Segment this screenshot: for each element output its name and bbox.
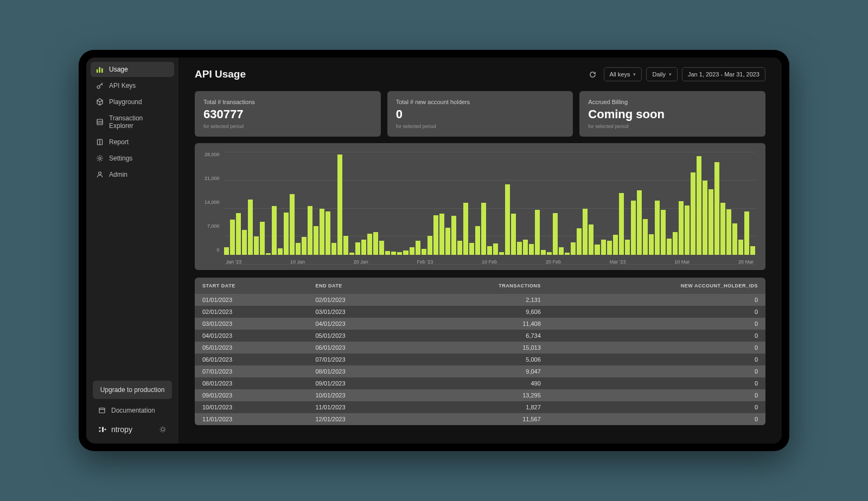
table-cell: 10/01/2023	[195, 401, 308, 413]
chart-bar	[422, 249, 426, 255]
table-cell: 1,827	[414, 401, 548, 413]
chart-bar	[738, 240, 743, 255]
y-tick: 21,000	[205, 176, 220, 181]
chart-bar	[266, 253, 271, 255]
date-range-picker[interactable]: Jan 1, 2023 - Mar 31, 2023	[682, 67, 765, 81]
sidebar-item-documentation[interactable]: Documentation	[93, 402, 172, 419]
table-cell: 0	[548, 318, 765, 330]
nav-label: Playground	[109, 98, 142, 106]
nav-list: Usage API Keys Playground	[91, 62, 174, 378]
bar-chart-icon	[96, 66, 104, 73]
table-row: 02/01/202303/01/20239,6060	[195, 306, 765, 318]
table-row: 04/01/202305/01/20236,7340	[195, 330, 765, 342]
chart-bar	[385, 251, 390, 255]
table-row: 10/01/202311/01/20231,8270	[195, 401, 765, 413]
table-cell: 01/01/2023	[195, 294, 308, 306]
brand-logo: ntropy	[98, 425, 132, 434]
refresh-button[interactable]	[586, 68, 599, 81]
chart-bar	[416, 241, 420, 255]
th-start: Start Date	[195, 278, 308, 294]
table-cell: 11/01/2023	[308, 401, 413, 413]
chart-bar	[463, 203, 468, 255]
sidebar-item-usage[interactable]: Usage	[91, 62, 174, 77]
user-icon	[96, 171, 104, 178]
table-cell: 08/01/2023	[308, 365, 413, 377]
svg-point-14	[99, 430, 100, 432]
theme-toggle-icon[interactable]	[159, 426, 167, 433]
table-cell: 09/01/2023	[195, 389, 308, 401]
table-cell: 0	[548, 401, 765, 413]
chart-bar	[475, 226, 480, 255]
chart-bar	[661, 210, 666, 255]
chart-bar	[631, 201, 636, 255]
y-tick: 28,000	[205, 152, 220, 157]
chart-bar	[290, 194, 295, 255]
table-cell: 12/01/2023	[308, 413, 413, 425]
sidebar-item-playground[interactable]: Playground	[91, 94, 174, 110]
table-cell: 07/01/2023	[195, 365, 308, 377]
sidebar-item-settings[interactable]: Settings	[91, 151, 174, 166]
table-cell: 08/01/2023	[195, 377, 308, 389]
table-row: 07/01/202308/01/20239,0470	[195, 365, 765, 377]
chart-bar	[709, 189, 713, 255]
chart-bar	[732, 223, 737, 255]
sidebar-item-transaction-explorer[interactable]: Transaction Explorer	[91, 111, 174, 133]
doc-label: Documentation	[111, 407, 155, 414]
chart-bar	[230, 220, 235, 255]
chart-bar	[744, 211, 749, 255]
svg-rect-4	[97, 119, 103, 125]
table-cell: 06/01/2023	[195, 354, 308, 365]
chart-y-axis: 28,00021,00014,0007,0000	[205, 152, 220, 255]
chart-bars	[224, 152, 756, 255]
table-cell: 05/01/2023	[195, 342, 308, 354]
chart-bar	[685, 205, 690, 255]
chart-bar	[343, 236, 348, 255]
svg-point-17	[161, 428, 164, 431]
table-cell: 2,131	[414, 294, 548, 306]
nav-label: Transaction Explorer	[109, 114, 169, 130]
svg-rect-0	[97, 69, 98, 73]
svg-point-9	[99, 157, 101, 159]
keys-dropdown[interactable]: All keys ▾	[604, 67, 642, 81]
table-cell: 10/01/2023	[308, 389, 413, 401]
y-tick: 7,000	[207, 223, 220, 229]
interval-label: Daily	[652, 71, 665, 78]
table-cell: 07/01/2023	[308, 354, 413, 365]
table-row: 01/01/202302/01/20232,1310	[195, 294, 765, 306]
table-row: 09/01/202310/01/202313,2950	[195, 389, 765, 401]
chart-bar	[302, 237, 307, 255]
chart-bar	[667, 239, 672, 255]
chart-bar	[714, 162, 719, 255]
table-cell: 9,606	[414, 306, 548, 318]
chart-bar	[272, 206, 277, 255]
chart-bar	[499, 252, 504, 255]
card-label: Total # transactions	[203, 99, 372, 105]
chart-bar	[433, 215, 438, 255]
page-title: API Usage	[195, 68, 246, 80]
chart-bar	[571, 242, 576, 255]
chart-bar	[601, 240, 606, 255]
card-sub: for selected period	[588, 124, 757, 129]
table-cell: 0	[548, 306, 765, 318]
table-row: 11/01/202312/01/202311,5670	[195, 413, 765, 425]
chart-bar	[577, 228, 582, 255]
date-range-label: Jan 1, 2023 - Mar 31, 2023	[688, 71, 760, 78]
table-cell: 02/01/2023	[308, 294, 413, 306]
list-icon	[96, 118, 104, 126]
chevron-down-icon: ▾	[669, 72, 672, 77]
chart-bar	[326, 211, 330, 255]
chart-bar	[493, 243, 498, 255]
interval-dropdown[interactable]: Daily ▾	[646, 67, 677, 81]
card-new-account-holders: Total # new account holders 0 for select…	[387, 91, 573, 137]
chart-bar	[397, 252, 402, 255]
sidebar-item-api-keys[interactable]: API Keys	[91, 78, 174, 93]
chart-bar	[308, 206, 312, 255]
upgrade-button[interactable]: Upgrade to production	[93, 381, 172, 399]
sidebar-item-admin[interactable]: Admin	[91, 167, 174, 182]
nav-label: Usage	[109, 66, 128, 73]
table-cell: 0	[548, 354, 765, 365]
chart-bar	[361, 240, 366, 255]
chart-bar	[505, 184, 510, 255]
sidebar-item-report[interactable]: Report	[91, 134, 174, 150]
chart-bar	[314, 226, 318, 255]
